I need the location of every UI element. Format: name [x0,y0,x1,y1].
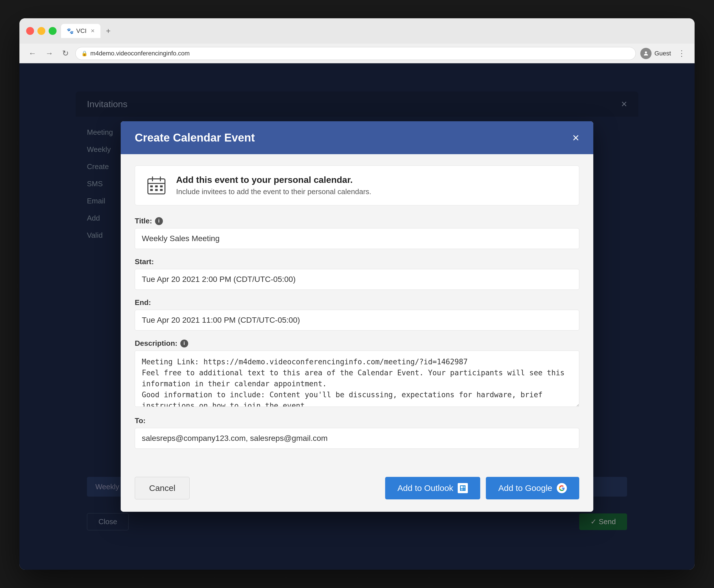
modal-close-button[interactable]: × [572,132,579,144]
svg-rect-5 [150,185,153,187]
page-content: Invitations × Meeting Weekly Create SMS … [19,63,695,570]
browser-tab-vci[interactable]: 🐾 VCI ✕ [61,24,101,38]
back-button[interactable]: ← [26,48,39,59]
tab-icon: 🐾 [67,27,74,34]
description-info-icon: i [180,340,188,348]
action-buttons: Add to Outlook [385,477,579,499]
new-tab-button[interactable]: + [103,25,114,37]
tab-label: VCI [76,27,87,35]
outlook-icon [458,483,468,493]
cancel-button[interactable]: Cancel [135,477,190,499]
modal-body: Add this event to your personal calendar… [121,154,593,468]
end-input[interactable]: Tue Apr 20 2021 11:00 PM (CDT/UTC-05:00) [135,310,579,331]
address-bar[interactable]: 🔒 m4demo.videoconferencinginfo.com [76,47,636,60]
create-calendar-event-modal: Create Calendar Event × [121,121,593,512]
svg-rect-12 [461,486,463,488]
browser-toolbar: ← → ↻ 🔒 m4demo.videoconferencinginfo.com… [19,44,695,63]
forward-button[interactable]: → [43,48,56,59]
traffic-lights [26,27,57,35]
start-label: Start: [135,257,579,266]
title-form-group: Title: i Weekly Sales Meeting [135,217,579,249]
add-to-outlook-label: Add to Outlook [398,483,453,493]
end-form-group: End: Tue Apr 20 2021 11:00 PM (CDT/UTC-0… [135,298,579,331]
add-to-google-label: Add to Google [498,483,552,493]
refresh-button[interactable]: ↻ [60,47,71,59]
svg-rect-6 [155,185,158,187]
description-form-group: Description: i Meeting Link: https://m4d… [135,339,579,408]
add-to-google-button[interactable]: Add to Google [486,477,579,499]
add-to-outlook-button[interactable]: Add to Outlook [385,477,480,499]
browser-window: 🐾 VCI ✕ + ← → ↻ 🔒 m4demo.videoconferenci… [19,18,695,570]
browser-titlebar: 🐾 VCI ✕ + [19,18,695,44]
info-banner-sub: Include invitees to add the event to the… [176,187,569,196]
title-info-icon: i [155,217,163,225]
svg-rect-9 [155,189,158,191]
calendar-icon-box [145,174,168,197]
modal-title: Create Calendar Event [135,131,255,144]
browser-user-area: Guest [640,48,671,59]
user-avatar [640,48,652,59]
svg-rect-14 [461,488,463,490]
info-banner-title: Add this event to your personal calendar… [176,175,569,185]
tab-close-button[interactable]: ✕ [90,28,95,34]
info-banner-text: Add this event to your personal calendar… [176,175,569,196]
title-label: Title: i [135,217,579,225]
traffic-light-yellow[interactable] [37,27,45,35]
to-form-group: To: salesreps@company123.com, salesreps@… [135,416,579,449]
tab-bar: 🐾 VCI ✕ + [61,24,688,38]
start-input[interactable]: Tue Apr 20 2021 2:00 PM (CDT/UTC-05:00) [135,269,579,290]
to-label: To: [135,416,579,425]
info-banner: Add this event to your personal calendar… [135,165,579,205]
modal-header: Create Calendar Event × [121,121,593,154]
title-input[interactable]: Weekly Sales Meeting [135,228,579,249]
svg-rect-10 [160,189,163,191]
description-textarea[interactable]: Meeting Link: https://m4demo.videoconfer… [135,351,579,407]
svg-rect-8 [150,189,153,191]
modal-overlay: Create Calendar Event × [19,63,695,570]
menu-button[interactable]: ⋮ [675,47,688,59]
calendar-icon [147,175,166,195]
to-input[interactable]: salesreps@company123.com, salesreps@gmai… [135,428,579,449]
start-form-group: Start: Tue Apr 20 2021 2:00 PM (CDT/UTC-… [135,257,579,290]
traffic-light-green[interactable] [49,27,57,35]
modal-footer: Cancel Add to Outlook [121,468,593,512]
svg-rect-7 [160,185,163,187]
lock-icon: 🔒 [81,50,87,57]
traffic-light-red[interactable] [26,27,34,35]
svg-point-0 [645,51,647,53]
address-text: m4demo.videoconferencinginfo.com [90,50,190,57]
user-name: Guest [654,50,671,57]
end-label: End: [135,298,579,307]
svg-rect-13 [463,486,465,488]
description-label: Description: i [135,339,579,348]
svg-rect-15 [463,488,465,490]
google-icon [557,483,567,493]
